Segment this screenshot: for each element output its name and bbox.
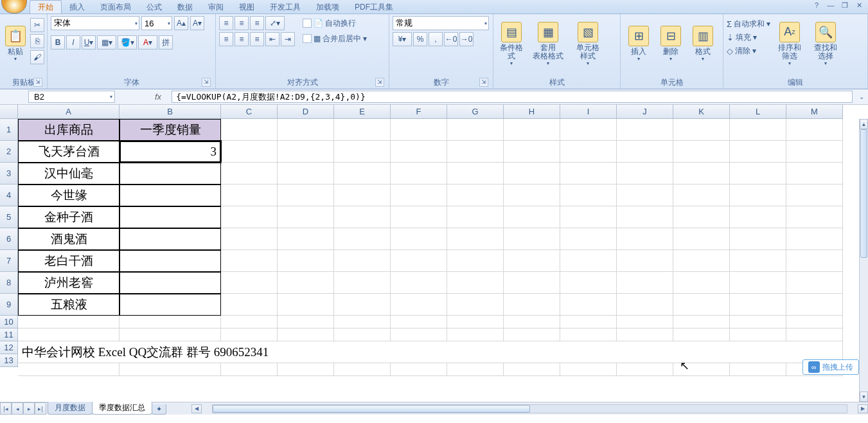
cell[interactable] xyxy=(617,119,673,141)
tab-addin[interactable]: 加载项 xyxy=(308,1,347,14)
font-name-combo[interactable]: 宋体▾ xyxy=(51,16,139,30)
copy-button[interactable]: ⎘ xyxy=(30,34,44,48)
row-header-5[interactable]: 5 xyxy=(0,206,18,228)
cell[interactable] xyxy=(334,272,391,294)
italic-button[interactable]: I xyxy=(66,35,80,50)
cell[interactable] xyxy=(278,294,334,316)
cell[interactable]: 汉中仙毫 xyxy=(18,163,120,184)
cell[interactable] xyxy=(221,363,278,376)
cell[interactable] xyxy=(334,316,391,328)
cell[interactable] xyxy=(617,184,673,206)
grow-font-button[interactable]: A▴ xyxy=(174,16,188,30)
cell[interactable] xyxy=(391,184,447,206)
align-top-button[interactable]: ≡ xyxy=(219,16,233,30)
cell[interactable] xyxy=(504,328,560,341)
tab-review[interactable]: 审阅 xyxy=(200,1,231,14)
cell[interactable] xyxy=(391,328,447,341)
cell[interactable] xyxy=(560,294,617,316)
cell[interactable] xyxy=(786,163,843,184)
cell[interactable]: 中华会计网校 Excel QQ交流群 群号 690652341 xyxy=(18,341,843,363)
cell[interactable] xyxy=(504,141,560,163)
cell[interactable] xyxy=(18,363,120,376)
tab-home[interactable]: 开始 xyxy=(30,0,62,14)
cell[interactable] xyxy=(391,141,447,163)
cell[interactable] xyxy=(221,250,278,272)
cell[interactable]: 五粮液 xyxy=(18,294,120,316)
cell[interactable] xyxy=(673,328,730,341)
cell-style-button[interactable]: ▧单元格 样式▾ xyxy=(570,16,606,71)
restore-icon[interactable]: ❐ xyxy=(840,1,850,10)
comma-button[interactable]: , xyxy=(429,32,443,46)
cell[interactable] xyxy=(786,294,843,316)
scroll-right-arrow[interactable]: ▶ xyxy=(858,404,868,413)
cell[interactable] xyxy=(673,363,730,376)
row-header-12[interactable]: 12 xyxy=(0,341,18,354)
cell[interactable] xyxy=(334,184,391,206)
cell[interactable] xyxy=(617,272,673,294)
clipboard-launcher[interactable]: ⇲ xyxy=(33,78,42,87)
scroll-left-arrow[interactable]: ◀ xyxy=(191,404,202,413)
cell[interactable] xyxy=(447,316,504,328)
cell[interactable] xyxy=(221,206,278,228)
cell[interactable]: 一季度销量 xyxy=(120,119,221,141)
cell[interactable] xyxy=(278,206,334,228)
expand-formula-bar[interactable]: ⌄ xyxy=(855,89,868,104)
cell[interactable]: 酒鬼酒 xyxy=(18,228,120,250)
cell[interactable]: 泸州老窖 xyxy=(18,272,120,294)
cell[interactable] xyxy=(120,250,221,272)
cell[interactable] xyxy=(786,228,843,250)
cell[interactable] xyxy=(391,206,447,228)
align-middle-button[interactable]: ≡ xyxy=(235,16,249,30)
cell[interactable] xyxy=(786,119,843,141)
cell[interactable] xyxy=(278,250,334,272)
cell[interactable] xyxy=(504,250,560,272)
cell[interactable] xyxy=(786,250,843,272)
cell[interactable] xyxy=(447,206,504,228)
wrap-text-button[interactable]: 📄自动换行 xyxy=(303,16,367,30)
cell[interactable] xyxy=(18,328,120,341)
row-header-10[interactable]: 10 xyxy=(0,316,18,328)
cell[interactable] xyxy=(278,363,334,376)
cell[interactable] xyxy=(730,163,786,184)
cell[interactable] xyxy=(730,250,786,272)
cell[interactable] xyxy=(334,363,391,376)
percent-button[interactable]: % xyxy=(413,32,427,46)
active-cell[interactable]: 3 xyxy=(120,141,221,163)
cell[interactable] xyxy=(278,184,334,206)
cell[interactable] xyxy=(504,119,560,141)
cell[interactable] xyxy=(617,228,673,250)
number-launcher[interactable]: ⇲ xyxy=(479,78,488,87)
cell[interactable] xyxy=(617,316,673,328)
autosum-button[interactable]: Σ自动求和▾ xyxy=(727,17,770,30)
fill-button[interactable]: ⇣填充▾ xyxy=(727,31,770,44)
table-format-button[interactable]: ▦套用 表格格式▾ xyxy=(529,16,567,71)
number-format-combo[interactable]: 常规▾ xyxy=(393,16,489,30)
dec-decimal-button[interactable]: →0 xyxy=(459,32,474,46)
cell[interactable] xyxy=(673,228,730,250)
cell[interactable] xyxy=(447,184,504,206)
tab-formula[interactable]: 公式 xyxy=(139,1,170,14)
cell[interactable] xyxy=(730,272,786,294)
cell[interactable] xyxy=(560,163,617,184)
cell[interactable] xyxy=(447,163,504,184)
insert-cells-button[interactable]: ⊞插入▾ xyxy=(624,16,653,71)
cell[interactable] xyxy=(560,272,617,294)
cell[interactable] xyxy=(334,206,391,228)
col-header-D[interactable]: D xyxy=(278,105,334,119)
cell[interactable] xyxy=(221,328,278,341)
cell[interactable] xyxy=(278,228,334,250)
cell[interactable] xyxy=(334,119,391,141)
cell[interactable] xyxy=(730,328,786,341)
cell[interactable] xyxy=(786,328,843,341)
cell[interactable] xyxy=(730,206,786,228)
inc-decimal-button[interactable]: ←0 xyxy=(444,32,458,46)
cell[interactable] xyxy=(447,119,504,141)
cell[interactable] xyxy=(120,184,221,206)
horizontal-scrollbar[interactable]: ◀ ▶ xyxy=(191,402,868,415)
row-header-2[interactable]: 2 xyxy=(0,141,18,163)
row-header-7[interactable]: 7 xyxy=(0,250,18,272)
cell[interactable] xyxy=(447,272,504,294)
align-right-button[interactable]: ≡ xyxy=(250,32,264,46)
cell[interactable] xyxy=(504,363,560,376)
col-header-C[interactable]: C xyxy=(221,105,278,119)
